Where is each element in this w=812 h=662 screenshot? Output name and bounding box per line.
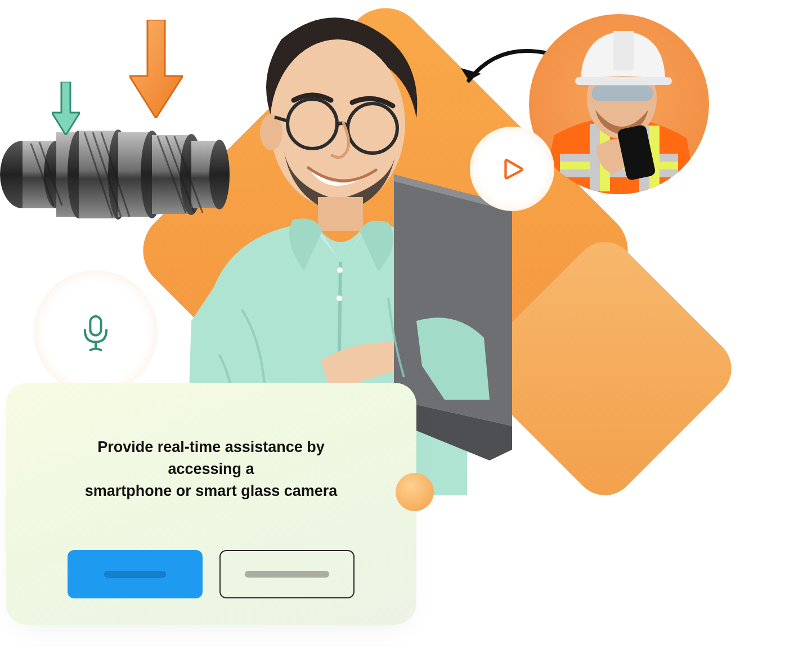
secondary-button[interactable] — [219, 550, 355, 598]
accent-dot — [396, 473, 434, 511]
promo-composition: Provide real-time assistance by accessin… — [0, 0, 812, 662]
svg-rect-39 — [575, 77, 672, 85]
svg-rect-26 — [318, 197, 363, 231]
svg-point-28 — [337, 267, 343, 273]
info-card: Provide real-time assistance by accessin… — [6, 383, 416, 625]
headline-line1: Provide real-time assistance by accessin… — [97, 439, 325, 477]
primary-button-label — [104, 571, 166, 578]
primary-button[interactable] — [68, 550, 203, 598]
technician-avatar — [529, 14, 709, 194]
play-icon[interactable] — [470, 127, 554, 211]
down-arrow-icon — [52, 82, 80, 135]
secondary-button-label — [245, 571, 329, 578]
svg-point-29 — [337, 296, 342, 301]
svg-rect-38 — [592, 86, 653, 101]
headline-line2: smartphone or smart glass camera — [85, 482, 338, 499]
info-card-headline: Provide real-time assistance by accessin… — [59, 436, 363, 502]
button-row — [68, 550, 355, 598]
svg-rect-41 — [90, 316, 101, 336]
microphone-icon[interactable] — [34, 270, 158, 394]
